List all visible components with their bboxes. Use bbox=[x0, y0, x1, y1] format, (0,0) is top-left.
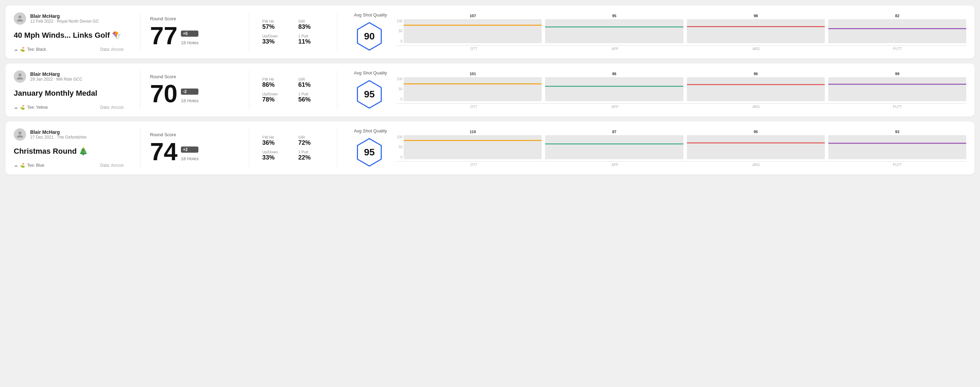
score-badge: -2 bbox=[181, 89, 199, 95]
bar-column: 96 bbox=[687, 77, 825, 101]
stat-oneputt-label: 1 Putt bbox=[298, 150, 328, 154]
stat-oneputt-value: 11% bbox=[298, 38, 328, 45]
card-left: Blair McHarg29 Jan 2022 · Mill Ride GCCJ… bbox=[14, 70, 130, 110]
score-label: Round Score bbox=[150, 74, 239, 79]
bar-column: 95 bbox=[687, 135, 825, 159]
score-badge: +5 bbox=[181, 30, 199, 37]
bar-top-value: 98 bbox=[754, 14, 758, 18]
weather-icon: ☁ bbox=[14, 105, 18, 110]
score-number: 70 bbox=[150, 81, 177, 106]
golf-bag-icon: ⛳ bbox=[20, 163, 25, 168]
divider bbox=[337, 70, 337, 110]
bar-indicator bbox=[687, 26, 825, 27]
divider bbox=[249, 128, 249, 168]
bar-indicator bbox=[687, 143, 825, 143]
bar-column: 95 bbox=[545, 19, 683, 43]
stat-fw-hit: FW Hit57% bbox=[262, 19, 291, 30]
bar-background bbox=[828, 19, 966, 43]
quality-score: 95 bbox=[364, 89, 374, 100]
score-number: 77 bbox=[150, 23, 177, 48]
stat-fw-hit-value: 36% bbox=[262, 139, 291, 146]
user-date-course: 12 Feb 2022 · Royal North Devon GC bbox=[30, 19, 99, 24]
stat-updown-label: Up/Down bbox=[262, 34, 291, 38]
bar-top-value: 96 bbox=[754, 72, 758, 76]
bar-indicator bbox=[404, 25, 542, 26]
divider bbox=[140, 12, 140, 52]
tee-label: Tee: Black bbox=[27, 47, 46, 52]
stat-grid: FW Hit57%GIR83%Up/Down33%1 Putt11% bbox=[262, 19, 328, 45]
round-card-round1: Blair McHarg12 Feb 2022 · Royal North De… bbox=[5, 5, 975, 59]
user-name: Blair McHarg bbox=[30, 71, 83, 77]
stat-oneputt-value: 22% bbox=[298, 154, 328, 161]
bar-background bbox=[687, 77, 825, 101]
holes-label: 18 Holes bbox=[181, 98, 199, 103]
score-row: 70-218 Holes bbox=[150, 81, 239, 106]
score-badge: +2 bbox=[181, 146, 199, 153]
tee-info: ☁⛳Tee: Yellow bbox=[14, 105, 48, 110]
user-header: Blair McHarg12 Feb 2022 · Royal North De… bbox=[14, 12, 124, 25]
bar-indicator bbox=[828, 28, 966, 29]
weather-icon: ☁ bbox=[14, 163, 18, 168]
holes-label: 18 Holes bbox=[181, 40, 199, 45]
chart-x-label: PUTT bbox=[829, 105, 966, 109]
tee-info: ☁⛳Tee: Blue bbox=[14, 163, 44, 168]
stat-updown-label: Up/Down bbox=[262, 150, 291, 154]
tee-label: Tee: Blue bbox=[27, 163, 44, 168]
bar-indicator bbox=[828, 84, 966, 85]
bar-indicator bbox=[545, 143, 683, 144]
score-section: Round Score70-218 Holes bbox=[150, 70, 239, 110]
user-info: Blair McHarg12 Feb 2022 · Royal North De… bbox=[30, 13, 99, 24]
stat-oneputt: 1 Putt56% bbox=[298, 92, 328, 103]
user-date-course: 27 Dec 2021 · The Oxfordshire bbox=[30, 135, 86, 140]
quality-left: Avg Shot Quality95 bbox=[354, 70, 387, 110]
stat-fw-hit-label: FW Hit bbox=[262, 135, 291, 139]
stat-gir-value: 83% bbox=[298, 23, 328, 30]
quality-label: Avg Shot Quality bbox=[354, 12, 387, 17]
bar-column: 87 bbox=[545, 135, 683, 159]
golf-bag-icon: ⛳ bbox=[20, 105, 25, 110]
bar-top-value: 101 bbox=[469, 72, 476, 76]
bar-background bbox=[545, 19, 683, 43]
data-source: Data: Arccos bbox=[100, 105, 124, 110]
bar-column: 82 bbox=[828, 19, 966, 43]
stat-oneputt-label: 1 Putt bbox=[298, 92, 328, 96]
stat-gir: GIR72% bbox=[298, 135, 328, 146]
bar-background bbox=[687, 135, 825, 159]
quality-label: Avg Shot Quality bbox=[354, 70, 387, 76]
stat-updown: Up/Down33% bbox=[262, 150, 291, 161]
bar-indicator bbox=[828, 143, 966, 144]
bar-background bbox=[404, 19, 542, 43]
score-extra: +518 Holes bbox=[181, 30, 199, 48]
stat-grid: FW Hit86%GIR61%Up/Down78%1 Putt56% bbox=[262, 77, 328, 103]
stat-oneputt-label: 1 Putt bbox=[298, 34, 328, 38]
tee-label: Tee: Yellow bbox=[27, 105, 48, 110]
hexagon-container: 90 bbox=[354, 21, 385, 52]
stat-gir-label: GIR bbox=[298, 19, 328, 23]
quality-score: 95 bbox=[364, 147, 374, 158]
divider bbox=[140, 70, 140, 110]
divider bbox=[140, 128, 140, 168]
hexagon-container: 95 bbox=[354, 137, 385, 168]
quality-section: Avg Shot Quality90100500107959882OTTAPPA… bbox=[347, 12, 966, 52]
weather-icon: ☁ bbox=[14, 47, 18, 52]
avatar bbox=[14, 128, 26, 141]
round-card-round2: Blair McHarg29 Jan 2022 · Mill Ride GCCJ… bbox=[5, 63, 975, 117]
quality-section: Avg Shot Quality95100500110879593OTTAPPA… bbox=[347, 128, 966, 168]
tee-info: ☁⛳Tee: Black bbox=[14, 47, 46, 52]
card-footer: ☁⛳Tee: BlueData: Arccos bbox=[14, 163, 124, 168]
bar-background bbox=[687, 19, 825, 43]
user-name: Blair McHarg bbox=[30, 129, 86, 135]
card-left: Blair McHarg27 Dec 2021 · The Oxfordshir… bbox=[14, 128, 130, 168]
stat-gir-label: GIR bbox=[298, 77, 328, 81]
bar-top-value: 99 bbox=[895, 72, 899, 76]
bar-top-value: 87 bbox=[612, 130, 616, 134]
user-name: Blair McHarg bbox=[30, 13, 99, 19]
score-label: Round Score bbox=[150, 16, 239, 21]
stat-fw-hit-value: 57% bbox=[262, 23, 291, 30]
bar-indicator bbox=[404, 140, 542, 141]
quality-left: Avg Shot Quality95 bbox=[354, 128, 387, 168]
chart-x-label: PUTT bbox=[829, 47, 966, 51]
bar-top-value: 107 bbox=[469, 14, 476, 18]
chart-x-label: APP bbox=[546, 47, 684, 51]
chart-x-label: ARG bbox=[687, 105, 825, 109]
